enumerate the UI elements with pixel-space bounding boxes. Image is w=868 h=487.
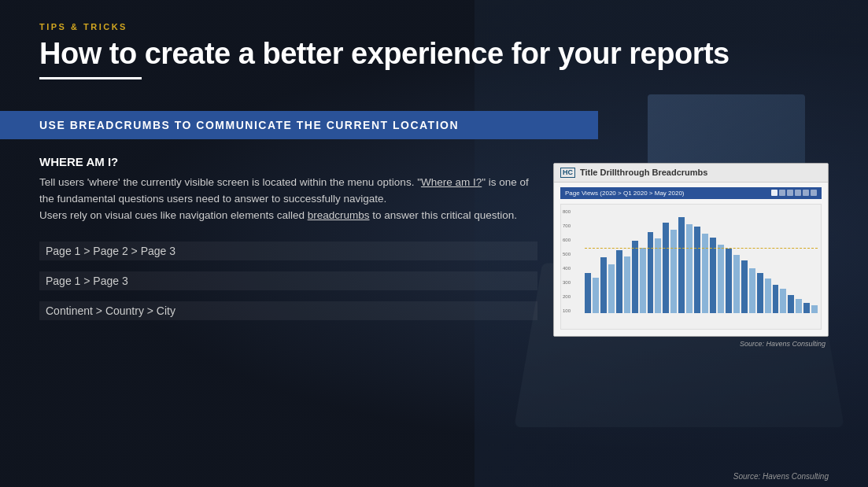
page-content: TIPS & TRICKS How to create a better exp…: [0, 0, 868, 349]
chart-nav-dots: [771, 190, 817, 196]
main-title: How to create a better experience for yo…: [39, 38, 829, 71]
chart-title: Title Drillthrough Breadcrumbs: [580, 168, 707, 177]
breadcrumb-example-2: Page 1 > Page 3: [39, 271, 537, 290]
chart-body: Page Views (2020 > Q1 2020 > May 2020): [554, 183, 828, 336]
y-axis: 800 700 600 500 400 300 200 100: [563, 209, 571, 313]
section-heading: USE BREADCRUMBS TO COMMUNICATE THE CURRE…: [0, 111, 598, 139]
bar-3: [600, 257, 607, 312]
bar-15: [694, 227, 700, 313]
bar-8: [640, 248, 646, 313]
bar-11: [663, 223, 669, 313]
y-label-600: 600: [563, 238, 571, 242]
bar-1: [585, 273, 591, 313]
bar-22: [749, 268, 755, 312]
chart-container: HC Title Drillthrough Breadcrumbs Page V…: [553, 163, 829, 337]
bar-9: [648, 232, 654, 312]
bar-14: [686, 224, 693, 313]
nav-dot-1[interactable]: [771, 190, 778, 196]
bar-19: [726, 249, 732, 313]
bar-20: [733, 255, 740, 313]
where-am-i-title: WHERE AM I?: [39, 155, 537, 168]
bar-26: [780, 289, 786, 313]
chart-subtitle: Page Views (2020 > Q1 2020 > May 2020): [565, 190, 685, 197]
right-panel: HC Title Drillthrough Breadcrumbs Page V…: [553, 155, 829, 349]
bar-28: [796, 299, 802, 313]
description-paragraph1: Tell users 'where' the currently visible…: [39, 175, 537, 224]
chart-logo: HC: [560, 168, 575, 178]
bar-18: [718, 245, 724, 313]
bar-25: [773, 285, 779, 313]
tips-label: TIPS & TRICKS: [39, 22, 829, 31]
bar-17: [710, 238, 716, 313]
bar-5: [616, 250, 622, 312]
y-label-700: 700: [563, 223, 571, 228]
chart-subtitle-bar: Page Views (2020 > Q1 2020 > May 2020): [560, 187, 822, 199]
bar-21: [741, 260, 748, 313]
bar-29: [803, 303, 810, 313]
chart-source: Source: Havens Consulting: [553, 337, 829, 349]
breadcrumbs-link: breadcrumbs: [308, 209, 370, 221]
y-label-800: 800: [563, 209, 571, 214]
breadcrumb-example-3: Continent > Country > City: [39, 301, 537, 320]
main-content: WHERE AM I? Tell users 'where' the curre…: [0, 139, 868, 349]
bar-4: [608, 264, 615, 312]
bar-27: [788, 295, 794, 313]
bar-2: [593, 278, 599, 313]
nav-dot-5[interactable]: [803, 190, 809, 196]
header: TIPS & TRICKS How to create a better exp…: [0, 0, 868, 95]
nav-dot-2[interactable]: [779, 190, 785, 196]
nav-dot-6[interactable]: [811, 190, 817, 196]
bar-24: [765, 279, 771, 313]
bar-6: [624, 256, 630, 313]
y-label-400: 400: [563, 266, 571, 271]
bar-7: [632, 241, 638, 313]
breadcrumb-examples: Page 1 > Page 2 > Page 3 Page 1 > Page 3…: [39, 242, 537, 320]
bar-12: [670, 230, 677, 313]
chart-titlebar: HC Title Drillthrough Breadcrumbs: [554, 164, 828, 183]
bar-16: [702, 234, 708, 313]
bar-30: [811, 305, 818, 313]
source-footer: Source: Havens Consulting: [733, 472, 829, 481]
left-panel: WHERE AM I? Tell users 'where' the curre…: [39, 155, 537, 349]
bar-13: [678, 217, 685, 313]
bar-chart: 800 700 600 500 400 300 200 100: [560, 204, 822, 330]
title-underline: [39, 77, 142, 79]
where-am-i-link: Where am I?: [421, 176, 482, 188]
y-label-100: 100: [563, 308, 571, 313]
bar-23: [757, 273, 763, 313]
y-label-300: 300: [563, 280, 571, 285]
breadcrumb-example-1: Page 1 > Page 2 > Page 3: [39, 242, 537, 260]
average-line: [585, 248, 818, 249]
bar-10: [655, 238, 661, 313]
y-label-500: 500: [563, 252, 571, 256]
nav-dot-4[interactable]: [795, 190, 801, 196]
nav-dot-3[interactable]: [787, 190, 793, 196]
y-label-200: 200: [563, 294, 571, 299]
